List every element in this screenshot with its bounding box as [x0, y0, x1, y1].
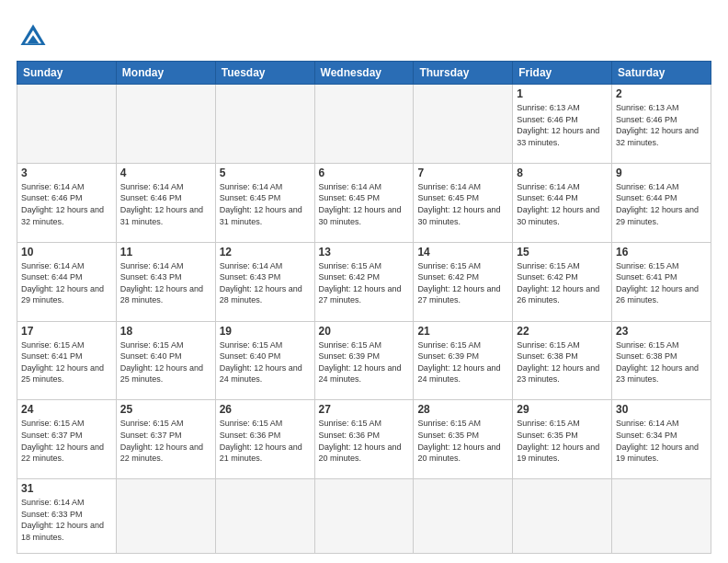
- calendar-cell: [414, 85, 513, 164]
- calendar-cell: [17, 85, 117, 164]
- calendar-cell: 29Sunrise: 6:15 AM Sunset: 6:35 PM Dayli…: [513, 400, 612, 479]
- day-number: 29: [517, 403, 608, 416]
- calendar-cell: [116, 479, 215, 554]
- day-info: Sunrise: 6:15 AM Sunset: 6:37 PM Dayligh…: [21, 418, 112, 464]
- day-info: Sunrise: 6:15 AM Sunset: 6:35 PM Dayligh…: [417, 418, 508, 464]
- day-info: Sunrise: 6:14 AM Sunset: 6:33 PM Dayligh…: [21, 497, 112, 543]
- calendar-cell: 25Sunrise: 6:15 AM Sunset: 6:37 PM Dayli…: [116, 400, 215, 479]
- day-info: Sunrise: 6:15 AM Sunset: 6:41 PM Dayligh…: [616, 260, 707, 306]
- day-number: 14: [417, 246, 508, 259]
- calendar-cell: 26Sunrise: 6:15 AM Sunset: 6:36 PM Dayli…: [215, 400, 314, 479]
- logo-icon: [17, 20, 50, 53]
- day-number: 11: [120, 246, 211, 259]
- calendar-cell: 14Sunrise: 6:15 AM Sunset: 6:42 PM Dayli…: [414, 242, 513, 321]
- day-info: Sunrise: 6:15 AM Sunset: 6:41 PM Dayligh…: [21, 339, 112, 385]
- day-info: Sunrise: 6:14 AM Sunset: 6:45 PM Dayligh…: [417, 181, 508, 227]
- day-number: 16: [616, 246, 707, 259]
- calendar-cell: 5Sunrise: 6:14 AM Sunset: 6:45 PM Daylig…: [215, 163, 314, 242]
- day-info: Sunrise: 6:15 AM Sunset: 6:39 PM Dayligh…: [417, 339, 508, 385]
- calendar-cell: 23Sunrise: 6:15 AM Sunset: 6:38 PM Dayli…: [612, 321, 711, 400]
- day-info: Sunrise: 6:14 AM Sunset: 6:43 PM Dayligh…: [220, 260, 311, 306]
- day-number: 7: [417, 167, 508, 179]
- calendar-cell: 7Sunrise: 6:14 AM Sunset: 6:45 PM Daylig…: [414, 163, 513, 242]
- day-number: 17: [21, 325, 112, 338]
- calendar-cell: 31Sunrise: 6:14 AM Sunset: 6:33 PM Dayli…: [17, 479, 117, 554]
- day-number: 28: [417, 403, 508, 416]
- calendar-row-0: 1Sunrise: 6:13 AM Sunset: 6:46 PM Daylig…: [17, 85, 711, 164]
- calendar-cell: 11Sunrise: 6:14 AM Sunset: 6:43 PM Dayli…: [116, 242, 215, 321]
- calendar-body: 1Sunrise: 6:13 AM Sunset: 6:46 PM Daylig…: [17, 85, 711, 554]
- calendar-table: SundayMondayTuesdayWednesdayThursdayFrid…: [17, 61, 711, 554]
- day-number: 18: [120, 325, 211, 338]
- calendar-cell: [314, 85, 414, 164]
- day-number: 3: [21, 167, 112, 179]
- day-info: Sunrise: 6:15 AM Sunset: 6:40 PM Dayligh…: [220, 339, 311, 385]
- calendar-cell: 28Sunrise: 6:15 AM Sunset: 6:35 PM Dayli…: [414, 400, 513, 479]
- calendar-row-4: 24Sunrise: 6:15 AM Sunset: 6:37 PM Dayli…: [17, 400, 711, 479]
- day-info: Sunrise: 6:15 AM Sunset: 6:38 PM Dayligh…: [616, 339, 707, 385]
- calendar-cell: 18Sunrise: 6:15 AM Sunset: 6:40 PM Dayli…: [116, 321, 215, 400]
- calendar-row-1: 3Sunrise: 6:14 AM Sunset: 6:46 PM Daylig…: [17, 163, 711, 242]
- day-info: Sunrise: 6:14 AM Sunset: 6:45 PM Dayligh…: [319, 181, 410, 227]
- day-number: 9: [616, 167, 707, 179]
- day-number: 10: [21, 246, 112, 259]
- calendar-row-5: 31Sunrise: 6:14 AM Sunset: 6:33 PM Dayli…: [17, 479, 711, 554]
- day-number: 19: [220, 325, 311, 338]
- header-cell-tuesday: Tuesday: [215, 62, 314, 85]
- calendar-cell: [215, 479, 314, 554]
- day-number: 24: [21, 403, 112, 416]
- calendar-cell: [414, 479, 513, 554]
- header-cell-saturday: Saturday: [612, 62, 711, 85]
- calendar-cell: [116, 85, 215, 164]
- day-info: Sunrise: 6:15 AM Sunset: 6:36 PM Dayligh…: [220, 418, 311, 464]
- calendar-cell: 8Sunrise: 6:14 AM Sunset: 6:44 PM Daylig…: [513, 163, 612, 242]
- calendar-cell: 2Sunrise: 6:13 AM Sunset: 6:46 PM Daylig…: [612, 85, 711, 164]
- day-info: Sunrise: 6:15 AM Sunset: 6:42 PM Dayligh…: [319, 260, 410, 306]
- logo: [17, 20, 53, 53]
- header-cell-wednesday: Wednesday: [314, 62, 414, 85]
- calendar-cell: 24Sunrise: 6:15 AM Sunset: 6:37 PM Dayli…: [17, 400, 117, 479]
- day-info: Sunrise: 6:15 AM Sunset: 6:40 PM Dayligh…: [120, 339, 211, 385]
- day-number: 25: [120, 403, 211, 416]
- header-cell-friday: Friday: [513, 62, 612, 85]
- day-number: 30: [616, 403, 707, 416]
- calendar-cell: 4Sunrise: 6:14 AM Sunset: 6:46 PM Daylig…: [116, 163, 215, 242]
- day-number: 31: [21, 482, 112, 495]
- calendar-row-2: 10Sunrise: 6:14 AM Sunset: 6:44 PM Dayli…: [17, 242, 711, 321]
- calendar-cell: 21Sunrise: 6:15 AM Sunset: 6:39 PM Dayli…: [414, 321, 513, 400]
- calendar-cell: 16Sunrise: 6:15 AM Sunset: 6:41 PM Dayli…: [612, 242, 711, 321]
- day-info: Sunrise: 6:13 AM Sunset: 6:46 PM Dayligh…: [616, 102, 707, 148]
- day-info: Sunrise: 6:14 AM Sunset: 6:46 PM Dayligh…: [120, 181, 211, 227]
- calendar-cell: 27Sunrise: 6:15 AM Sunset: 6:36 PM Dayli…: [314, 400, 414, 479]
- day-number: 5: [220, 167, 311, 179]
- day-number: 22: [517, 325, 608, 338]
- day-info: Sunrise: 6:15 AM Sunset: 6:35 PM Dayligh…: [517, 418, 608, 464]
- day-info: Sunrise: 6:14 AM Sunset: 6:34 PM Dayligh…: [616, 418, 707, 464]
- calendar-cell: 12Sunrise: 6:14 AM Sunset: 6:43 PM Dayli…: [215, 242, 314, 321]
- calendar-cell: [314, 479, 414, 554]
- day-info: Sunrise: 6:15 AM Sunset: 6:38 PM Dayligh…: [517, 339, 608, 385]
- header-cell-sunday: Sunday: [17, 62, 117, 85]
- calendar-cell: 15Sunrise: 6:15 AM Sunset: 6:42 PM Dayli…: [513, 242, 612, 321]
- calendar-cell: [215, 85, 314, 164]
- calendar-cell: 6Sunrise: 6:14 AM Sunset: 6:45 PM Daylig…: [314, 163, 414, 242]
- header-row: SundayMondayTuesdayWednesdayThursdayFrid…: [17, 62, 711, 85]
- day-number: 15: [517, 246, 608, 259]
- day-number: 21: [417, 325, 508, 338]
- day-number: 23: [616, 325, 707, 338]
- header-cell-monday: Monday: [116, 62, 215, 85]
- day-number: 26: [220, 403, 311, 416]
- calendar-cell: 9Sunrise: 6:14 AM Sunset: 6:44 PM Daylig…: [612, 163, 711, 242]
- day-info: Sunrise: 6:15 AM Sunset: 6:36 PM Dayligh…: [319, 418, 410, 464]
- calendar-cell: 19Sunrise: 6:15 AM Sunset: 6:40 PM Dayli…: [215, 321, 314, 400]
- calendar-cell: 30Sunrise: 6:14 AM Sunset: 6:34 PM Dayli…: [612, 400, 711, 479]
- calendar-cell: 20Sunrise: 6:15 AM Sunset: 6:39 PM Dayli…: [314, 321, 414, 400]
- day-info: Sunrise: 6:13 AM Sunset: 6:46 PM Dayligh…: [517, 102, 608, 148]
- calendar-cell: 1Sunrise: 6:13 AM Sunset: 6:46 PM Daylig…: [513, 85, 612, 164]
- day-info: Sunrise: 6:15 AM Sunset: 6:42 PM Dayligh…: [517, 260, 608, 306]
- calendar-cell: 3Sunrise: 6:14 AM Sunset: 6:46 PM Daylig…: [17, 163, 117, 242]
- day-number: 4: [120, 167, 211, 179]
- day-number: 13: [319, 246, 410, 259]
- day-number: 2: [616, 87, 707, 100]
- day-number: 27: [319, 403, 410, 416]
